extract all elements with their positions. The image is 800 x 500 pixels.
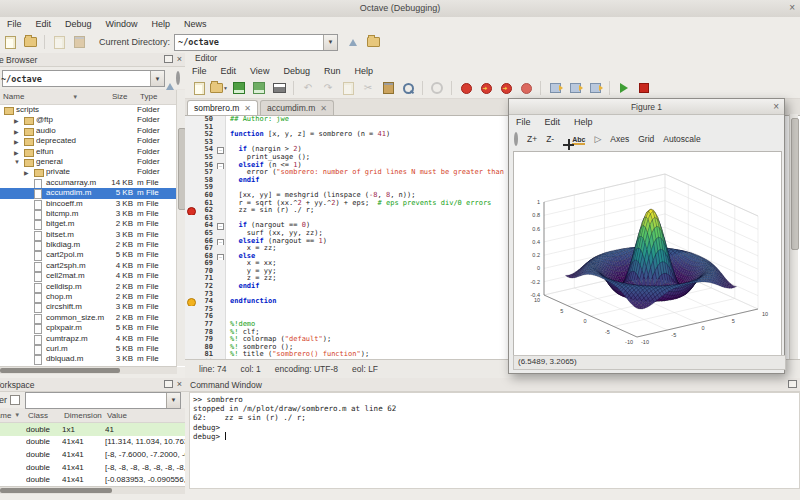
- breakpoint-margin[interactable]: [185, 222, 196, 230]
- breakpoint-margin[interactable]: [185, 306, 196, 314]
- breakpoint-margin[interactable]: [185, 177, 196, 185]
- expand-icon[interactable]: ▶: [24, 169, 29, 176]
- sort-icon[interactable]: ▼: [14, 412, 20, 418]
- figure-close-icon[interactable]: ×: [773, 101, 779, 113]
- find-replace-button[interactable]: [399, 80, 417, 96]
- file-row[interactable]: chop.m2 KBm File: [0, 292, 185, 302]
- file-row[interactable]: ▶elfunFolder: [0, 147, 185, 157]
- rotate-button[interactable]: [514, 134, 518, 144]
- breakpoint-margin[interactable]: [185, 336, 196, 344]
- directory-up-button[interactable]: [344, 34, 362, 50]
- remove-breakpoints-button[interactable]: [517, 80, 535, 96]
- fold-margin[interactable]: [216, 124, 226, 132]
- figure-titlebar[interactable]: Figure 1 ×: [509, 99, 784, 115]
- workspace-row[interactable]: double1x141: [0, 423, 185, 436]
- insert-text-button[interactable]: Abc: [572, 134, 585, 144]
- tab-close-icon[interactable]: ✕: [320, 104, 327, 113]
- breakpoint-margin[interactable]: [185, 260, 196, 268]
- command-window-header[interactable]: Command Window: [185, 378, 800, 392]
- fold-margin[interactable]: [216, 344, 226, 352]
- step-over-button[interactable]: [546, 80, 564, 96]
- fold-margin[interactable]: [216, 313, 226, 321]
- fold-margin[interactable]: –: [216, 162, 226, 170]
- file-row[interactable]: accumarray.m14 KBm File: [0, 178, 185, 188]
- breakpoint-margin[interactable]: [185, 230, 196, 238]
- print-button[interactable]: [270, 80, 288, 96]
- workspace-horizontal-scrollbar[interactable]: [0, 486, 185, 494]
- save-file-button[interactable]: [230, 80, 248, 96]
- file-row[interactable]: bitget.m2 KBm File: [0, 219, 185, 229]
- breakpoint-margin[interactable]: [185, 245, 196, 253]
- fold-margin[interactable]: [216, 116, 226, 124]
- file-row[interactable]: bincoeff.m3 KBm File: [0, 199, 185, 209]
- actions-button[interactable]: [176, 73, 180, 83]
- menu-debug[interactable]: Debug: [58, 19, 99, 29]
- previous-breakpoint-button[interactable]: [497, 80, 515, 96]
- breakpoint-margin[interactable]: [185, 268, 196, 276]
- cut-button[interactable]: ✂: [359, 80, 377, 96]
- fold-margin[interactable]: [216, 351, 226, 359]
- file-row[interactable]: blkdiag.m2 KBm File: [0, 240, 185, 250]
- menu-help[interactable]: Help: [145, 19, 178, 29]
- column-value[interactable]: Value: [107, 411, 127, 420]
- column-name[interactable]: Name: [0, 411, 11, 420]
- select-button[interactable]: ▷: [594, 134, 601, 144]
- filter-checkbox[interactable]: [10, 395, 20, 405]
- fold-margin[interactable]: [216, 207, 226, 215]
- file-row[interactable]: circshift.m3 KBm File: [0, 302, 185, 312]
- chevron-down-icon[interactable]: ▼: [166, 393, 180, 408]
- editor-tab-accumdim.m[interactable]: accumdim.m✕: [260, 100, 334, 115]
- scrollbar-thumb[interactable]: [0, 368, 120, 373]
- axes-button[interactable]: Axes: [610, 134, 629, 144]
- stop-button[interactable]: [635, 80, 653, 96]
- fold-margin[interactable]: –: [216, 146, 226, 154]
- redo-button[interactable]: ↷: [319, 80, 337, 96]
- editor-menu-edit[interactable]: Edit: [214, 66, 244, 76]
- workspace-row[interactable]: double41x41[-8, -8, -8, -8, -8, -8, -8, …: [0, 461, 185, 474]
- workspace-row[interactable]: double41x41[11.314, 11.034, 10.763, 1: [0, 436, 185, 449]
- tab-close-icon[interactable]: ✕: [244, 104, 251, 113]
- breakpoint-margin[interactable]: [185, 253, 196, 261]
- copy-button[interactable]: [339, 80, 357, 96]
- fold-margin[interactable]: [216, 260, 226, 268]
- new-script-button[interactable]: [1, 34, 19, 50]
- window-close-icon[interactable]: ×: [789, 2, 795, 14]
- window-titlebar[interactable]: Octave (Debugging) ×: [0, 0, 800, 18]
- fold-margin[interactable]: [216, 329, 226, 337]
- column-name[interactable]: Name: [3, 92, 24, 101]
- editor-menu-run[interactable]: Run: [317, 66, 348, 76]
- editor-menu-debug[interactable]: Debug: [276, 66, 317, 76]
- file-list-horizontal-scrollbar[interactable]: [0, 366, 177, 374]
- expand-icon[interactable]: ▶: [14, 149, 19, 156]
- breakpoint-margin[interactable]: [185, 351, 196, 359]
- fold-margin[interactable]: [216, 291, 226, 299]
- menu-edit[interactable]: Edit: [29, 19, 59, 29]
- column-size[interactable]: Size: [112, 92, 128, 101]
- fold-margin[interactable]: [216, 275, 226, 283]
- fold-margin[interactable]: [216, 336, 226, 344]
- file-row[interactable]: cell2mat.m4 KBm File: [0, 271, 185, 281]
- next-breakpoint-button[interactable]: [477, 80, 495, 96]
- breakpoint-margin[interactable]: [185, 321, 196, 329]
- figure-menu-help[interactable]: Help: [567, 117, 600, 127]
- breakpoint-margin[interactable]: [185, 200, 196, 208]
- step-out-button[interactable]: [586, 80, 604, 96]
- editor-menu-view[interactable]: View: [243, 66, 276, 76]
- file-browser-header[interactable]: File Browser ×: [0, 53, 185, 67]
- editor-vertical-scrollbar[interactable]: [789, 114, 798, 360]
- fold-margin[interactable]: [216, 306, 226, 314]
- breakpoint-margin[interactable]: [185, 275, 196, 283]
- open-file-button[interactable]: ▼: [210, 80, 228, 96]
- breakpoint-margin[interactable]: [185, 139, 196, 147]
- fold-margin[interactable]: [216, 131, 226, 139]
- sort-descending-icon[interactable]: ▼: [72, 94, 78, 100]
- filter-combobox[interactable]: ▼: [25, 392, 181, 409]
- open-file-button[interactable]: [21, 34, 39, 50]
- grid-button[interactable]: Grid: [638, 134, 654, 144]
- console-output[interactable]: >> sombrerostopped in /m/plot/draw/sombr…: [189, 392, 800, 489]
- current-directory-combobox[interactable]: ~/octave ▼: [174, 34, 338, 51]
- continue-button[interactable]: [615, 80, 633, 96]
- preferences-button[interactable]: [428, 80, 446, 96]
- fold-margin[interactable]: [216, 321, 226, 329]
- fold-margin[interactable]: –: [216, 222, 226, 230]
